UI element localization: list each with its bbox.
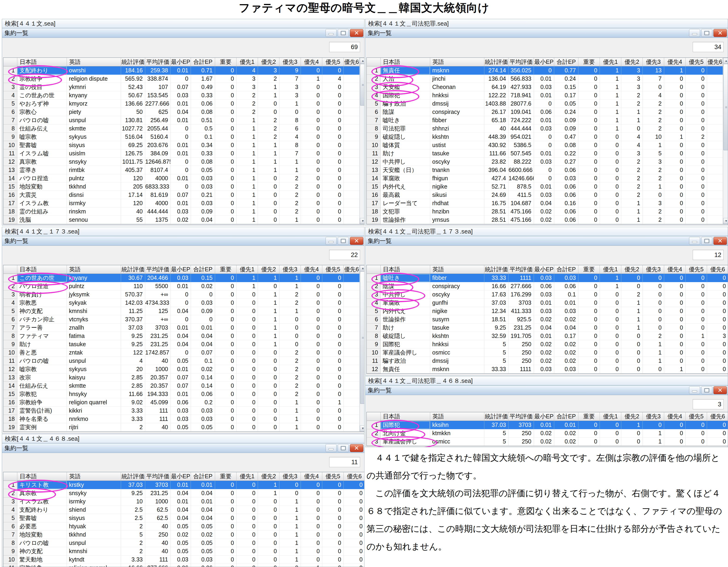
table-row[interactable]: 4宗教悪sykyak142.034734.33300.03001200 — [3, 299, 364, 307]
table-row[interactable]: 5神の支配kmnshi11.251250.040.09001100 — [3, 307, 364, 315]
restore-button[interactable] — [701, 386, 712, 394]
column-header[interactable]: 重要 — [215, 472, 237, 481]
table-row[interactable]: 11イスラム嘘usislm126.75384.090.010.33011700 — [3, 149, 364, 158]
column-header[interactable]: 優先4 — [664, 58, 686, 66]
close-button[interactable]: ✕ — [713, 386, 727, 394]
column-header[interactable]: 最小EP — [534, 265, 554, 274]
table-row[interactable]: 12中共押しoscyky23.8288.2220.030.27002300 — [367, 158, 728, 166]
table-row[interactable]: 2真宗教snsyky9.25231.250.040.040010000 — [3, 489, 364, 497]
column-header[interactable]: 合計EP — [554, 412, 578, 421]
column-header[interactable]: 日本語 — [17, 472, 67, 481]
column-header[interactable]: 平均評価 — [509, 265, 534, 274]
column-header[interactable]: 平均評価 — [145, 58, 171, 66]
column-header[interactable]: 日本語 — [17, 58, 67, 66]
close-button[interactable]: ✕ — [713, 29, 727, 37]
column-header[interactable]: 優先1 — [600, 58, 621, 66]
table-row[interactable]: 17霊警告(計画)kikkri3.331110.030.03000100 — [3, 407, 364, 415]
minimize-button[interactable] — [326, 29, 337, 37]
column-header[interactable]: 優先4 — [301, 265, 322, 274]
vertical-scrollbar[interactable]: ▲≡▼ — [723, 58, 728, 224]
list-window-titlebar[interactable]: 集約一覧✕ — [2, 28, 364, 38]
table-row[interactable]: 3天安艦Cheonan64.19427.9330.030.15013000 — [367, 83, 728, 91]
table-row[interactable]: 12嘘宗教sykyus2010000.010.02000200 — [3, 365, 364, 373]
table-row[interactable]: 5聖書嘘sisyus2.562.50.040.040001000 — [3, 514, 364, 522]
column-header[interactable]: 優先1 — [600, 265, 621, 274]
table-row[interactable]: 1この世あの世knyany30.67204.4660.030.15011100 — [3, 274, 364, 282]
table-row[interactable]: 19霊実例rijtri2400.050.05000100 — [3, 423, 364, 431]
minimize-button[interactable] — [689, 29, 700, 37]
table-row[interactable]: 3軍産議会押しosmicc52500.020.020001000 — [367, 437, 728, 446]
scroll-down-icon[interactable]: ▼ — [723, 218, 728, 224]
result-count-field[interactable]: 12 — [693, 250, 724, 260]
list-window-titlebar[interactable]: 集約一覧✕ — [365, 28, 728, 38]
column-header[interactable]: 合計EP — [191, 58, 215, 66]
column-header[interactable]: 優先6 — [707, 265, 728, 274]
column-header[interactable]: 優先1 — [600, 412, 621, 421]
table-row[interactable]: 14パウロ捏造pulntz12040000.010.03010200 — [3, 174, 364, 183]
column-header[interactable]: 優先4 — [301, 58, 322, 66]
table-row[interactable]: 10善と悪zntak1221742.85700.07000200 — [3, 348, 364, 357]
table-row[interactable]: 3イスラム教isrmky1010000.010.010001000 — [3, 497, 364, 506]
column-header[interactable] — [367, 58, 381, 66]
column-header[interactable]: 優先3 — [279, 472, 301, 481]
column-header[interactable]: 優先3 — [643, 265, 664, 274]
table-row[interactable]: 11パウロの嘘usnpul4400.050.1000200 — [3, 357, 364, 365]
close-button[interactable]: ✕ — [350, 29, 363, 37]
table-row[interactable]: 17イスラム教isrmky12040000.010.03010200 — [3, 199, 364, 207]
column-header[interactable]: 統計評価 — [484, 412, 509, 421]
column-header[interactable]: 日本語 — [17, 265, 67, 274]
column-header[interactable]: 優先4 — [664, 412, 686, 421]
column-header[interactable]: 優先6 — [344, 265, 360, 274]
table-row[interactable]: 17レーダー当てrhdhat16.75104.6870.040.16001300 — [367, 199, 728, 207]
column-header[interactable]: 平均評価 — [509, 412, 534, 421]
table-row[interactable]: 9国際犯hnkksi52500.020.020001000 — [367, 340, 728, 348]
column-header[interactable]: 優先2 — [621, 412, 643, 421]
column-header[interactable]: 優先4 — [301, 472, 322, 481]
minimize-button[interactable] — [689, 237, 700, 245]
column-header[interactable]: 重要 — [215, 265, 237, 274]
table-row[interactable]: 5やおろず神kmyorz136.662277.6660.010.06020100 — [3, 100, 364, 108]
table-row[interactable]: 9神の支配kmnshi2400.050.050001000 — [3, 547, 364, 555]
table-row[interactable]: 12無責任msknn33.3311110.030.030000100 — [367, 365, 728, 373]
column-header[interactable]: 英語 — [430, 58, 484, 66]
table-row[interactable]: 8ファティマfatima9.25231.250.040.04001000 — [3, 332, 364, 340]
table-row[interactable]: 5内外代えnigike12.34411.3330.030.030010000 — [367, 307, 728, 315]
table-row[interactable]: 7パウロの嘘usnpul130.81256.490.010.51012800 — [3, 116, 364, 124]
close-button[interactable]: ✕ — [350, 444, 363, 452]
list-window-titlebar[interactable]: 集約一覧✕ — [365, 236, 728, 246]
table-row[interactable]: 19洗脳sennou5513750.020.04010100 — [3, 216, 364, 224]
table-row[interactable]: 2宗教紛争religion dispute565.92338.87401.670… — [3, 75, 364, 83]
restore-button[interactable] — [338, 444, 349, 452]
column-header[interactable]: 統計評価 — [484, 265, 509, 274]
column-header[interactable]: 優先5 — [686, 58, 707, 66]
result-count-field[interactable]: 3 — [693, 399, 724, 409]
column-header[interactable]: 英語 — [67, 265, 121, 274]
column-header[interactable]: 最小EP — [534, 58, 554, 66]
column-header[interactable]: 統計評価 — [121, 58, 145, 66]
column-header[interactable]: 日本語 — [381, 265, 430, 274]
column-header[interactable]: 重要 — [578, 265, 600, 274]
table-row[interactable]: 1無責任msknn274.14356.02500.770131310 — [367, 66, 728, 75]
column-header[interactable]: 合計EP — [554, 58, 578, 66]
restore-button[interactable] — [701, 29, 712, 37]
table-row[interactable]: 7嘘吐きfibber65.18724.2220.010.09011200 — [367, 116, 728, 124]
table-row[interactable]: 11宗教紛争religion quarrel16.66277.6660.060.… — [3, 564, 364, 567]
column-header[interactable]: 優先6 — [707, 412, 728, 421]
column-header[interactable]: 英語 — [67, 58, 121, 66]
table-row[interactable]: 10軍産議会押しosmicc52500.020.020001000 — [367, 348, 728, 357]
table-row[interactable]: 9破綻隠しkkshtn448.39954.02100.470041012 — [367, 133, 728, 141]
table-row[interactable]: 4この世あの世knyany50.67153.5450.030.33021300 — [3, 91, 364, 100]
column-header[interactable]: 優先1 — [237, 472, 258, 481]
minimize-button[interactable] — [326, 237, 337, 245]
scroll-thumb[interactable]: ≡ — [723, 64, 728, 150]
column-header[interactable]: 優先3 — [643, 58, 664, 66]
table-row[interactable]: 8パウロの嘘usnpul2400.050.050001000 — [3, 539, 364, 547]
column-header[interactable] — [3, 472, 17, 481]
minimize-button[interactable] — [689, 386, 700, 394]
table-row[interactable]: 6バチカン抑止vtcnyks370.37+∞00001000 — [3, 315, 364, 324]
restore-button[interactable] — [701, 237, 712, 245]
table-row[interactable]: 2陰謀conspiracy16.66277.6660.060.060100000 — [367, 282, 728, 290]
column-header[interactable]: 重要 — [578, 58, 600, 66]
table-row[interactable]: 14仕組み伝えskmtte2.8520.3570.070.14000200 — [3, 382, 364, 390]
column-header[interactable]: 最小EP — [534, 412, 554, 421]
